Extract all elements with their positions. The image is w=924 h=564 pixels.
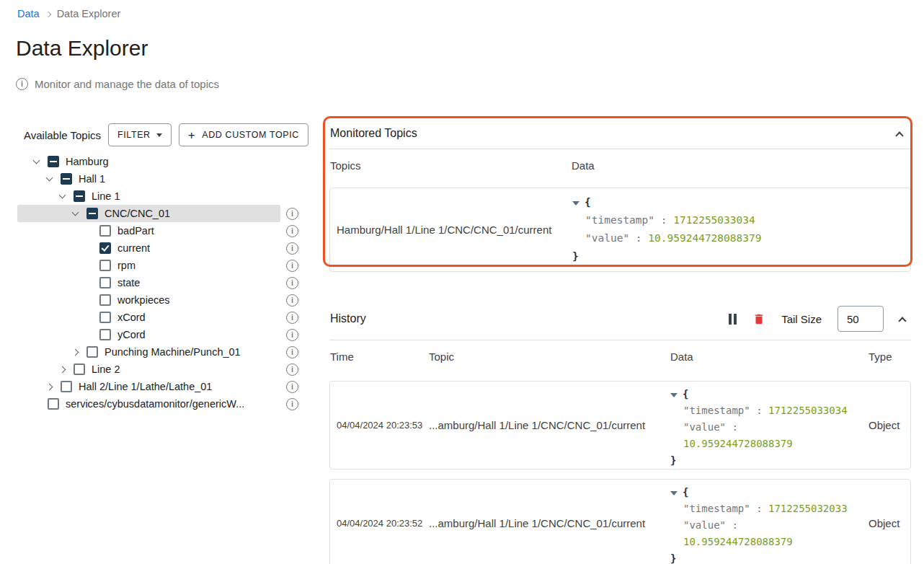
chevron-right-icon[interactable] — [45, 379, 61, 395]
tree-item-label: state — [117, 277, 140, 288]
json-open-brace: { — [585, 196, 591, 208]
tree-item-line-2[interactable]: Line 2 i — [17, 361, 306, 378]
monitored-data-cell: { "timestamp" : 1712255033034 "value" : … — [572, 188, 910, 271]
tree-item-rpm[interactable]: rpm i — [17, 257, 306, 274]
add-custom-topic-label: ADD CUSTOM TOPIC — [202, 130, 299, 140]
info-icon[interactable]: i — [286, 398, 298, 410]
tree-item-label: xCord — [117, 312, 146, 323]
tree-item-label: Hamburg — [66, 156, 109, 167]
checkbox-unchecked[interactable] — [74, 363, 85, 375]
tree-item-workpieces[interactable]: workpieces i — [17, 291, 306, 309]
chevron-right-icon — [45, 11, 50, 17]
json-viewer: { "timestamp" : 1712255033034 "value" : … — [572, 193, 905, 265]
tail-size-input[interactable] — [838, 306, 884, 332]
checkbox-checked[interactable] — [99, 242, 111, 254]
info-icon[interactable]: i — [286, 329, 298, 341]
chevron-down-icon[interactable] — [58, 188, 74, 204]
tree-item-current[interactable]: current i — [17, 239, 306, 257]
json-collapse-icon[interactable] — [670, 393, 678, 397]
tree-item-line-1[interactable]: Line 1 — [17, 188, 306, 205]
tree-item-state[interactable]: state i — [17, 274, 306, 291]
delete-icon[interactable] — [752, 312, 765, 326]
checkbox-unchecked[interactable] — [61, 381, 72, 392]
info-icon[interactable]: i — [286, 242, 298, 255]
filter-button[interactable]: FILTER — [108, 123, 172, 146]
chevron-down-icon[interactable] — [71, 206, 86, 221]
monitored-row: Hamburg/Hall 1/Line 1/CNC/CNC_01/current… — [329, 188, 911, 272]
tree-item-label: workpieces — [117, 294, 170, 306]
page-title: Data Explorer — [16, 36, 148, 61]
json-separator: : — [654, 214, 673, 226]
info-icon[interactable]: i — [286, 381, 298, 393]
tree-item-hall-1[interactable]: Hall 1 — [17, 170, 306, 188]
info-icon[interactable]: i — [286, 294, 298, 307]
tree-item-services[interactable]: services/cybusdatamonitor/genericW... i — [17, 395, 306, 413]
json-key-timestamp: "timestamp" — [585, 214, 654, 226]
breadcrumb-link-data[interactable]: Data — [17, 8, 40, 19]
checkbox-unchecked[interactable] — [99, 277, 111, 288]
monitored-topics-header: Monitored Topics — [329, 123, 911, 144]
available-topics-panel: Available Topics FILTER + ADD CUSTOM TOP… — [17, 123, 306, 413]
monitored-topics-card: Monitored Topics Topics Data Hamburg/Hal… — [329, 123, 911, 272]
column-header-data: Data — [670, 351, 869, 363]
info-icon[interactable]: i — [286, 363, 298, 376]
checkbox-unchecked[interactable] — [86, 346, 98, 358]
history-collapse-icon[interactable] — [898, 317, 906, 325]
info-icon[interactable]: i — [286, 312, 298, 324]
tree-item-label: badPart — [117, 225, 154, 237]
chevron-down-icon[interactable] — [32, 154, 48, 169]
chevron-right-icon[interactable] — [71, 344, 86, 360]
info-icon[interactable]: i — [286, 208, 298, 220]
tree-item-xcord[interactable]: xCord i — [17, 309, 306, 326]
info-icon[interactable]: i — [286, 277, 298, 289]
topic-cell: ...amburg/Hall 1/Line 1/CNC/CNC_01/curre… — [429, 480, 670, 564]
json-separator: : — [750, 405, 768, 416]
checkbox-indeterminate[interactable] — [61, 173, 72, 185]
monitored-topic-cell: Hamburg/Hall 1/Line 1/CNC/CNC_01/current — [330, 188, 572, 271]
tree-item-ycord[interactable]: yCord i — [17, 326, 306, 343]
tree-item-label: current — [117, 242, 150, 254]
checkbox-unchecked[interactable] — [99, 260, 111, 271]
checkbox-unchecked[interactable] — [99, 329, 111, 340]
checkbox-unchecked[interactable] — [99, 294, 111, 306]
json-collapse-icon[interactable] — [572, 201, 579, 206]
page-subtitle: i Monitor and manage the data of topics — [16, 78, 219, 90]
json-open-brace: { — [683, 486, 688, 498]
info-icon[interactable]: i — [286, 225, 298, 237]
tree-item-badpart[interactable]: badPart i — [17, 222, 306, 239]
checkbox-indeterminate[interactable] — [48, 156, 59, 167]
json-collapse-icon[interactable] — [670, 491, 678, 495]
add-custom-topic-button[interactable]: + ADD CUSTOM TOPIC — [179, 123, 308, 146]
expander-spacer — [84, 309, 99, 325]
tree-item-punching-machine[interactable]: Punching Machine/Punch_01 i — [17, 343, 306, 361]
tree-item-hamburg[interactable]: Hamburg — [17, 153, 306, 170]
column-header-topics: Topics — [330, 159, 572, 172]
json-close-brace: } — [572, 250, 579, 262]
pause-icon[interactable] — [729, 314, 737, 325]
checkbox-indeterminate[interactable] — [86, 208, 98, 219]
json-key-value: "value" — [683, 421, 726, 433]
checkbox-unchecked[interactable] — [99, 312, 111, 323]
json-close-brace: } — [670, 454, 676, 466]
chevron-down-icon[interactable] — [45, 171, 61, 187]
caret-down-icon — [156, 133, 162, 137]
checkbox-unchecked[interactable] — [48, 398, 59, 410]
info-icon[interactable]: i — [286, 346, 298, 358]
json-value-timestamp: 1712255033034 — [768, 405, 848, 416]
collapse-chevron-icon[interactable] — [895, 131, 903, 139]
checkbox-unchecked[interactable] — [99, 225, 111, 237]
page-subtitle-text: Monitor and manage the data of topics — [35, 78, 219, 90]
topics-toolbar: Available Topics FILTER + ADD CUSTOM TOP… — [17, 123, 306, 147]
tree-item-cnc-cnc-01[interactable]: CNC/CNC_01 i — [17, 205, 306, 222]
json-viewer: { "timestamp" : 1712255033034 "value" : … — [670, 386, 869, 469]
chevron-right-icon[interactable] — [58, 361, 74, 377]
tree-item-label: Line 2 — [92, 363, 120, 375]
info-icon[interactable]: i — [286, 260, 298, 272]
tree-item-hall-2-lathe[interactable]: Hall 2/Line 1/Lathe/Lathe_01 i — [17, 378, 306, 395]
expander-spacer — [84, 257, 99, 273]
json-key-timestamp: "timestamp" — [683, 405, 750, 416]
json-value-value: 10.959244728088379 — [683, 438, 793, 449]
tree-item-label: yCord — [117, 329, 146, 340]
checkbox-indeterminate[interactable] — [74, 190, 85, 202]
topic-cell: ...amburg/Hall 1/Line 1/CNC/CNC_01/curre… — [429, 382, 670, 469]
